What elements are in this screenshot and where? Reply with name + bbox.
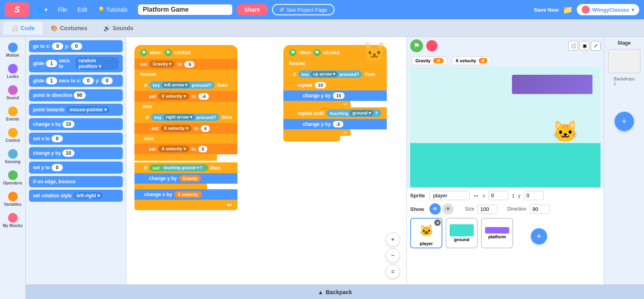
if-right-arrow-block[interactable]: if key right arrow ▾ pressed? then [134,111,237,123]
sidebar-item-control[interactable]: Control [2,125,24,145]
zoom-reset-button[interactable]: = [386,264,400,279]
stage-fullscreen-button[interactable]: ⤢ [591,41,601,51]
language-button[interactable]: 🌐 ▾ [33,5,51,14]
stage-small-button[interactable]: ⬜ [568,41,578,51]
set-xvelocity-0-block[interactable]: set X velocity ▾ to 0 [134,143,237,154]
sprite-info-row: Sprite ↔ x ↕ y [410,191,601,200]
add-backdrop-button[interactable]: + [615,112,634,131]
save-now-button[interactable]: Save Now [534,7,559,13]
change-x-xvelocity-block[interactable]: change x by X velocity [134,189,237,200]
block-set-x[interactable]: set x to 0 [29,133,123,145]
sprite-thumbnails: ✕ 🐱 player ground platform + [410,218,601,248]
block-edge-bounce[interactable]: if on edge, bounce [29,176,123,187]
looks-dot [8,64,18,74]
top-navigation: S 🌐 ▾ File Edit 💡 Tutorials Share ↺ See … [0,0,644,19]
sprite-thumb-player[interactable]: ✕ 🐱 player [410,218,442,248]
sprite-show-row: Show 👁 👁 Size Direction [410,203,601,215]
stage-label: Stage [617,40,631,46]
backpack-chevron-icon: ▲ [318,289,323,295]
stage-cat-sprite[interactable]: 🐱 [552,119,578,144]
change-y-neg5-block[interactable]: change y by -5 [283,119,387,129]
block-rotation-style[interactable]: set rotation style left-right ▾ [29,190,123,202]
stage-side-panel: Stage Backdrops 1 + [604,37,644,299]
set-xvelocity-4-block[interactable]: set X velocity ▾ to 4 [134,123,237,134]
else-block-2: else [134,134,237,143]
hat-block-1[interactable]: ⚑ when ⚑ clicked [134,45,237,59]
share-button[interactable]: Share [236,4,268,15]
stage-mini-preview[interactable] [608,49,640,73]
block-glide-xy[interactable]: glide 1 secs to x: 0 y: 0 [29,75,123,87]
backpack-bar[interactable]: ▲ Backpack [26,285,644,299]
stage-area: ⚑ ⬜ ▣ ⤢ Gravity -5 X velocity 0 [407,37,604,299]
project-title-input[interactable] [138,4,232,15]
block-point-direction[interactable]: point in direction 90 [29,89,123,101]
myblocks-dot [8,213,18,223]
repeat-10-block[interactable]: repeat 10 [283,80,387,90]
stage-normal-button[interactable]: ▣ [580,41,589,51]
block-glide-random[interactable]: glide 1 secs to random position ▾ [29,55,123,72]
block-goto-xy[interactable]: go to x: 0 y: 0 [29,40,123,52]
sidebar: Motion Looks Sound Events Control Sensin… [0,37,26,299]
stage-controls: ⚑ [410,39,438,52]
sprite-thumb-ground-label: ground [448,237,475,242]
tab-costumes[interactable]: 🎨 Costumes [43,22,95,35]
set-xvelocity-neg4-block[interactable]: set X velocity ▾ to -4 [134,91,237,102]
scratch-logo[interactable]: S [5,2,29,17]
variable-displays: Gravity -5 X velocity 0 [407,55,604,67]
if-left-arrow-block[interactable]: if key left arrow ▾ pressed? then [134,79,237,91]
sprite-x-input[interactable] [488,191,508,200]
add-sprite-button[interactable]: + [531,228,547,244]
sprite-size-input[interactable] [477,205,497,214]
change-y-gravity-block[interactable]: change y by Gravity [134,173,237,184]
edit-menu-button[interactable]: Edit [74,5,91,14]
green-flag-button[interactable]: ⚑ [410,39,423,52]
forever-block-1[interactable]: forever [134,70,237,79]
file-menu-button[interactable]: File [55,5,70,14]
stage-header: ⚑ ⬜ ▣ ⤢ [407,37,604,55]
sprite-thumb-platform[interactable]: platform [481,218,513,248]
sprite-direction-input[interactable] [530,205,550,214]
tab-code[interactable]: ⬜ Code [3,22,43,35]
repeat-until-touching-ground-block[interactable]: repeat until touching ground ▾ ? [283,107,387,119]
zoom-out-button[interactable]: − [386,248,400,263]
user-badge[interactable]: WlingyClasses ▾ [577,4,639,15]
sprite-y-input[interactable] [524,191,544,200]
sprite-name-input[interactable] [429,191,470,200]
sprite-thumb-platform-label: platform [483,234,511,239]
if-not-touching-ground-block[interactable]: if not touching ground ▾ ? then [134,162,237,173]
scratch-cat-decorative: 🐱 [362,41,386,63]
show-visible-button[interactable]: 👁 [429,203,441,215]
delete-player-badge[interactable]: ✕ [434,219,441,226]
sidebar-item-sound[interactable]: Sound [2,83,24,102]
tutorials-button[interactable]: 💡 Tutorials [95,5,131,14]
sound-dot [8,85,18,95]
sidebar-item-motion[interactable]: Motion [2,40,24,60]
motion-dot [8,43,18,52]
sidebar-item-myblocks[interactable]: My Blocks [2,211,24,230]
tab-sounds[interactable]: 🔊 Sounds [95,22,141,35]
folder-icon[interactable]: 📁 [563,5,573,14]
zoom-in-button[interactable]: + [386,232,400,247]
block-change-x[interactable]: change x by 10 [29,118,123,130]
block-set-y[interactable]: set y to 0 [29,162,123,174]
stage-viewport: 🐱 [410,67,601,187]
sprite-thumb-ground[interactable]: ground [446,218,478,248]
sprite-panel: Sprite ↔ x ↕ y Show 👁 👁 Size [407,187,604,299]
operators-dot [8,170,18,180]
see-project-button[interactable]: ↺ See Project Page [272,4,334,15]
set-gravity-block[interactable]: set Gravity ▾ to -5 [134,59,237,70]
sidebar-item-operators[interactable]: Operators [2,168,24,188]
sidebar-item-sensing[interactable]: Sensing [2,147,24,166]
else-block-1: else [134,102,237,111]
block-point-towards[interactable]: point towards mouse-pointer ▾ [29,104,123,116]
block-change-y[interactable]: change y by 10 [29,147,123,159]
sidebar-item-events[interactable]: Events [2,104,24,124]
scripts-area[interactable]: ⚑ when ⚑ clicked set Gravity ▾ to -5 for… [126,37,407,299]
sidebar-item-variables[interactable]: Variables [2,189,24,209]
show-hidden-button[interactable]: 👁 [442,203,454,215]
show-controls: 👁 👁 [429,203,454,215]
if-up-arrow-block[interactable]: if key up arrow ▾ pressed? then [283,68,387,80]
stop-button[interactable] [426,40,438,51]
change-y-15-block[interactable]: change y by 15 [283,90,387,101]
sidebar-item-looks[interactable]: Looks [2,61,24,81]
